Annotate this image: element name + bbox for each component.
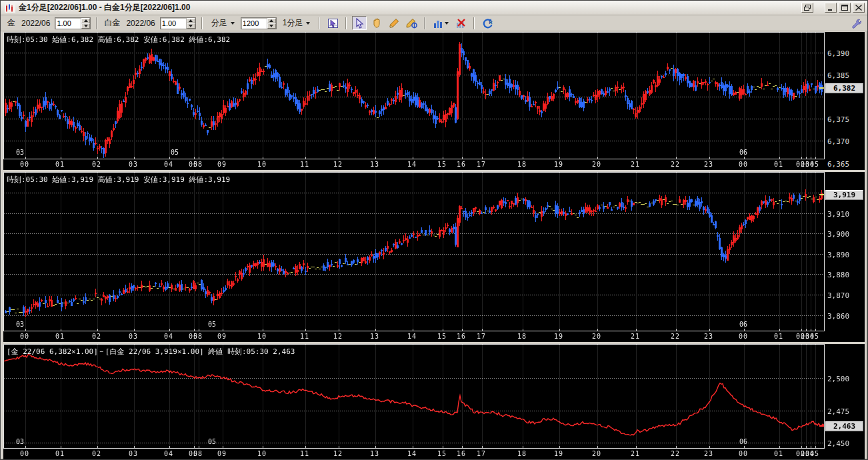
- charts-area: 時刻:05:30 始値:6,382 高値:6,382 安値:6,382 終値:6…: [1, 31, 867, 460]
- reload-icon: R: [482, 18, 493, 29]
- y-axis-label: 3,910: [827, 210, 849, 219]
- hour-label: 12: [333, 161, 343, 168]
- bar-count-down[interactable]: [267, 23, 276, 29]
- toolbar-separator: [201, 17, 203, 29]
- y-axis-label: 2,500: [827, 375, 849, 383]
- chart-cursor-icon: [327, 18, 339, 29]
- gold-contract: 2022/06: [21, 19, 50, 28]
- hour-label: 14: [407, 161, 417, 168]
- hour-label: 10: [257, 450, 267, 457]
- y-axis-label: 6,370: [827, 137, 849, 146]
- hour-label: 00: [20, 161, 29, 168]
- timeframe-dropdown[interactable]: 1分足: [279, 17, 314, 30]
- last-price-box: 3,919: [825, 190, 863, 200]
- hour-label: 09: [217, 333, 227, 340]
- gold-multiplier-up[interactable]: [81, 18, 90, 23]
- draw-tools-button[interactable]: [404, 16, 419, 30]
- settings-wrench-button[interactable]: [849, 16, 863, 30]
- platinum-multiplier-spinner: [160, 17, 196, 29]
- chart-type-button[interactable]: [431, 16, 451, 30]
- hour-label: 00: [20, 450, 29, 457]
- y-axis-label: 6,365: [827, 160, 849, 169]
- chart-cursor-mode-button[interactable]: [325, 16, 340, 30]
- bar-count-input[interactable]: [241, 18, 267, 29]
- hour-label: 01: [55, 450, 65, 457]
- hour-label: 12: [333, 450, 343, 457]
- pointer-icon: [355, 18, 365, 29]
- interval-dropdown[interactable]: 分足: [208, 17, 238, 30]
- platinum-multiplier-up[interactable]: [187, 18, 195, 23]
- platinum-y-axis: 3,9203,9103,9003,8903,8803,8703,8603,919: [825, 172, 865, 342]
- hour-label: 21: [631, 161, 640, 168]
- gold-canvas: [4, 33, 824, 159]
- hour-label: 19: [554, 161, 563, 168]
- spread-plot[interactable]: [金 22/06 6,382×1.00]－[白金 22/06 3,919×1.0…: [3, 344, 825, 449]
- hour-label: 22: [671, 450, 680, 457]
- hour-label: 14: [407, 333, 417, 340]
- hour-label: 16: [457, 450, 466, 457]
- platinum-multiplier-down[interactable]: [187, 23, 195, 29]
- draw-tools-icon: [406, 18, 417, 29]
- hour-label: 00: [739, 161, 748, 168]
- platinum-plot[interactable]: 時刻:05:30 始値:3,919 高値:3,919 安値:3,919 終値:3…: [3, 172, 825, 331]
- hour-label: 08: [193, 333, 203, 340]
- pan-hand-icon: [371, 18, 382, 29]
- close-button[interactable]: [853, 3, 865, 13]
- minimize-button[interactable]: [825, 3, 837, 13]
- y-axis-label: 2,475: [827, 407, 849, 416]
- platinum-label: 白金: [104, 17, 120, 29]
- hour-label: 04: [164, 333, 173, 340]
- hour-label: 01: [55, 161, 65, 168]
- pointer-tool-button[interactable]: [352, 16, 367, 30]
- hour-label: 09: [217, 161, 227, 168]
- title-bar[interactable]: 金1分足[2022/06]1.00 - 白金1分足[2022/06]1.00: [1, 1, 867, 15]
- hour-label: 20: [592, 333, 601, 340]
- bar-count-up[interactable]: [267, 18, 276, 23]
- hour-label: 15: [437, 450, 447, 457]
- clear-drawings-button[interactable]: [453, 16, 468, 30]
- reload-button[interactable]: R: [480, 16, 495, 30]
- hour-label: 01: [55, 333, 65, 340]
- y-axis-label: 6,375: [827, 115, 849, 124]
- hour-label: 02: [92, 450, 101, 457]
- hour-label: 18: [517, 450, 527, 457]
- hour-label: 03: [129, 333, 138, 340]
- spread-canvas: [4, 345, 824, 448]
- spread-chart-panel: [金 22/06 6,382×1.00]－[白金 22/06 3,919×1.0…: [3, 344, 865, 459]
- hour-label: 18: [517, 161, 527, 168]
- y-axis-label: 6,385: [827, 71, 849, 80]
- gold-y-axis: 6,3906,3856,3756,3706,3656,382: [825, 32, 865, 170]
- y-axis-label: 3,900: [827, 230, 849, 239]
- spread-x-axis: 0001020304050809101112131415161718192021…: [3, 449, 825, 459]
- hour-label: 01: [774, 161, 783, 168]
- hour-label: 00: [20, 333, 29, 340]
- float-window-button[interactable]: [801, 3, 813, 13]
- platinum-x-axis: 0001020304050809101112131415161718192021…: [3, 331, 825, 342]
- y-axis-label: 2,450: [827, 439, 849, 448]
- pencil-tool-button[interactable]: [387, 16, 401, 30]
- svg-text:R: R: [489, 20, 492, 25]
- hour-label: 01: [774, 450, 783, 457]
- hour-label: 21: [631, 333, 640, 340]
- hour-label: 08: [193, 161, 203, 168]
- hour-label: 03: [129, 450, 138, 457]
- platinum-multiplier-input[interactable]: [161, 18, 186, 29]
- toolbar-separator: [473, 17, 475, 29]
- hour-label: 23: [704, 161, 713, 168]
- gold-multiplier-input[interactable]: [55, 18, 81, 29]
- platinum-contract: 2022/06: [126, 19, 155, 28]
- hour-label: 02: [92, 333, 101, 340]
- gold-plot[interactable]: 時刻:05:30 始値:6,382 高値:6,382 安値:6,382 終値:6…: [3, 32, 825, 159]
- last-price-box: 6,382: [825, 83, 863, 93]
- spread-y-axis: 2,5002,4752,4502,463: [825, 344, 865, 459]
- hour-label: 23: [704, 450, 713, 457]
- hour-label: 13: [370, 161, 379, 168]
- hour-label: 01: [774, 333, 783, 340]
- hour-label: 17: [477, 450, 486, 457]
- hour-label: 00: [739, 333, 748, 340]
- hour-label: 03: [129, 161, 138, 168]
- pan-hand-tool-button[interactable]: [369, 16, 384, 30]
- app-candlestick-icon: [5, 3, 15, 13]
- gold-multiplier-down[interactable]: [81, 23, 90, 29]
- maximize-button[interactable]: [839, 3, 851, 13]
